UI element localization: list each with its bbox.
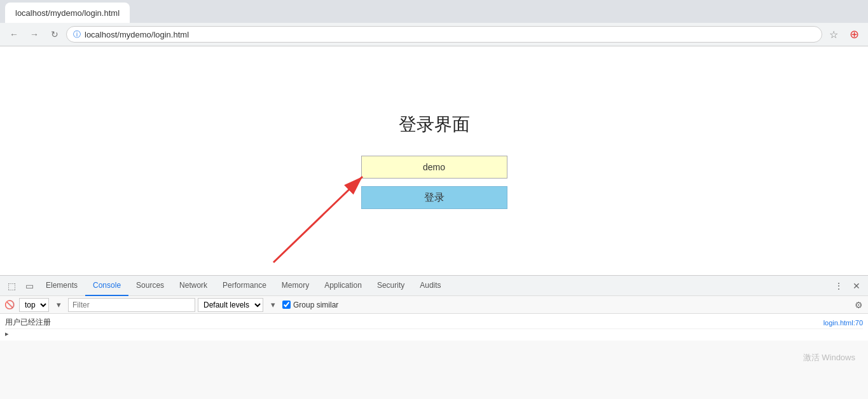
tab-application-label: Application [324,281,362,290]
back-button[interactable]: ← [5,25,23,43]
expand-icon[interactable]: ▸ [5,330,9,337]
nav-bar: ← → ↻ ⓘ localhost/mydemo/login.html ☆ ⊕ [0,23,868,46]
clear-console-button[interactable]: 🚫 [3,298,17,312]
star-icon: ☆ [829,29,838,41]
inspect-icon: ⬚ [8,281,16,291]
console-filter-input[interactable] [68,298,195,312]
tab-elements[interactable]: Elements [38,276,85,296]
tab-bar: localhost/mydemo/login.html [0,0,868,23]
forward-icon: → [30,29,39,39]
tab-memory-label: Memory [282,281,309,290]
watermark-text: 激活 Windows [803,353,855,362]
device-toolbar-button[interactable]: ▭ [20,277,38,295]
page-title: 登录界面 [399,112,470,137]
devtools-close-button[interactable]: ✕ [848,277,865,295]
tab-title: localhost/mydemo/login.html [15,8,120,18]
tab-memory[interactable]: Memory [274,276,317,296]
context-selector[interactable]: top [19,298,49,312]
windows-watermark: 激活 Windows [803,352,855,363]
tab-network-label: Network [179,281,207,290]
tab-performance-label: Performance [223,281,266,290]
tab-security-label: Security [377,281,404,290]
username-input[interactable] [361,156,507,179]
tab-performance[interactable]: Performance [215,276,274,296]
log-levels-selector[interactable]: Default levels [198,298,263,312]
plus-circle-icon: ⊕ [850,27,859,41]
tab-security[interactable]: Security [369,276,412,296]
forward-button[interactable]: → [25,25,43,43]
tab-console-label: Console [93,281,121,290]
devtools-panel: ⬚ ▭ Elements Console Sources Network Per… [0,275,868,399]
console-expand-row: ▸ [5,329,863,338]
console-message: 用户已经注册 [5,317,51,328]
tab-sources-label: Sources [136,281,164,290]
tab-audits-label: Audits [420,281,441,290]
chevron-down-icon: ▾ [57,300,61,309]
console-settings-button[interactable]: ⚙ [851,298,865,312]
chevron-down-icon-2: ▾ [271,300,275,309]
inspect-element-button[interactable]: ⬚ [3,277,20,295]
browser-tab[interactable]: localhost/mydemo/login.html [5,3,130,23]
browser-chrome: localhost/mydemo/login.html ← → ↻ ⓘ loca… [0,0,868,46]
devtools-more-button[interactable]: ⋮ [830,277,848,295]
tab-elements-label: Elements [46,281,78,290]
close-icon: ✕ [853,281,860,291]
login-button[interactable]: 登录 [361,186,507,209]
console-source-link[interactable]: login.html:70 [823,319,863,327]
context-dropdown-button[interactable]: ▾ [52,298,65,312]
tab-network[interactable]: Network [172,276,215,296]
block-icon: 🚫 [4,300,15,309]
extension-button[interactable]: ⊕ [845,25,863,43]
address-text: localhost/mydemo/login.html [85,30,189,39]
tab-application[interactable]: Application [317,276,369,296]
back-icon: ← [10,29,18,39]
group-similar-label[interactable]: Group similar [282,301,338,309]
devtools-tabs-bar: ⬚ ▭ Elements Console Sources Network Per… [0,276,868,296]
tab-sources[interactable]: Sources [128,276,172,296]
refresh-button[interactable]: ↻ [46,25,64,43]
refresh-icon: ↻ [51,29,59,39]
tab-console[interactable]: Console [85,276,128,296]
security-icon: ⓘ [73,29,81,40]
bottom-area: ⬚ ▭ Elements Console Sources Network Per… [0,275,868,376]
gear-icon: ⚙ [855,300,863,310]
tab-audits[interactable]: Audits [412,276,448,296]
address-bar[interactable]: ⓘ localhost/mydemo/login.html [66,26,822,43]
console-output: 用户已经注册 login.html:70 ▸ [0,314,868,341]
bookmark-button[interactable]: ☆ [825,25,843,43]
group-similar-text: Group similar [293,301,338,309]
levels-dropdown-button[interactable]: ▾ [266,298,280,312]
device-icon: ▭ [25,281,34,291]
svg-line-1 [273,177,362,262]
console-toolbar: 🚫 top ▾ Default levels ▾ Group similar ⚙ [0,296,868,314]
page-content: 登录界面 登录 [0,46,868,275]
more-icon: ⋮ [834,281,843,291]
devtools-end-buttons: ⋮ ✕ [830,277,865,295]
console-row: 用户已经注册 login.html:70 [5,316,863,329]
group-similar-checkbox[interactable] [282,301,291,309]
